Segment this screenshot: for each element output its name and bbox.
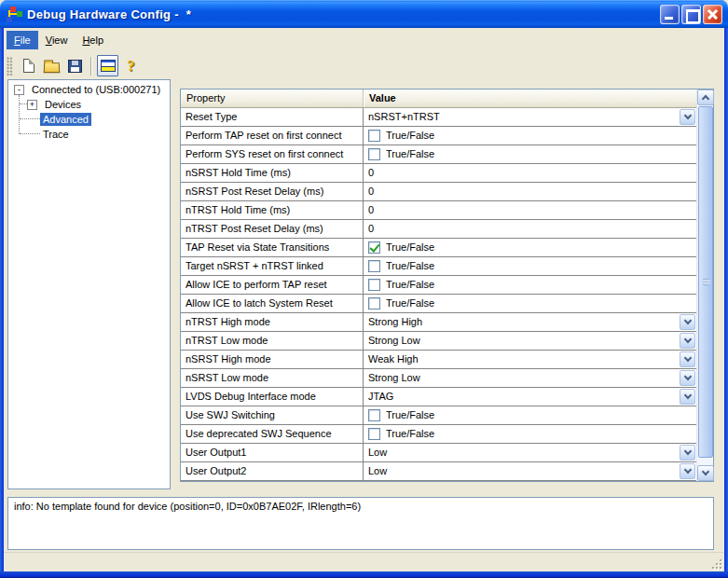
tree-item-label[interactable]: Connected to (USB:000271): [29, 83, 163, 96]
table-row[interactable]: Use deprecated SWJ SequenceTrue/False: [181, 425, 696, 444]
value-cell[interactable]: Low: [364, 444, 696, 461]
property-cell: Perform TAP reset on first connect: [181, 127, 364, 144]
expand-icon[interactable]: +: [27, 100, 37, 110]
table-row[interactable]: Allow ICE to latch System ResetTrue/Fals…: [181, 295, 696, 313]
value-cell[interactable]: True/False: [364, 257, 696, 275]
value-cell[interactable]: 0: [364, 220, 696, 238]
value-cell[interactable]: True/False: [364, 406, 696, 424]
value-cell[interactable]: nSRST+nTRST: [364, 108, 696, 126]
table-row[interactable]: LVDS Debug Interface modeJTAG: [181, 388, 696, 406]
dropdown-button[interactable]: [680, 351, 695, 367]
value-cell[interactable]: True/False: [364, 295, 696, 312]
value-cell[interactable]: 0: [364, 183, 696, 200]
tree-item-advanced[interactable]: Advanced: [40, 113, 91, 126]
table-row[interactable]: Reset TypenSRST+nTRST: [181, 108, 696, 127]
table-row[interactable]: TAP Reset via State TransitionsTrue/Fals…: [181, 239, 696, 257]
open-folder-icon: [44, 62, 61, 73]
save-button[interactable]: [64, 55, 86, 76]
dropdown-button[interactable]: [680, 314, 695, 330]
table-row[interactable]: Perform SYS reset on first connectTrue/F…: [181, 145, 696, 164]
table-row[interactable]: Target nSRST + nTRST linkedTrue/False: [181, 257, 696, 276]
minimize-button[interactable]: [660, 5, 680, 24]
value-text: Low: [368, 447, 387, 458]
title-bar[interactable]: Debug Hardware Config - *: [0, 0, 728, 28]
checkbox-label: True/False: [386, 241, 434, 253]
dropdown-button[interactable]: [680, 445, 695, 461]
column-header-property[interactable]: Property: [181, 89, 364, 107]
table-row[interactable]: Use SWJ SwitchingTrue/False: [181, 406, 696, 425]
column-header-value[interactable]: Value: [364, 89, 696, 107]
checkbox-unchecked-icon[interactable]: [368, 148, 380, 160]
help-button[interactable]: ?: [120, 55, 142, 76]
value-cell[interactable]: 0: [364, 201, 696, 219]
panel-toggle-button[interactable]: [97, 55, 118, 76]
dropdown-button[interactable]: [680, 370, 695, 386]
value-cell[interactable]: True/False: [364, 276, 696, 294]
value-cell[interactable]: True/False: [364, 239, 696, 256]
value-cell[interactable]: JTAG: [364, 388, 696, 406]
value-cell[interactable]: True/False: [364, 425, 696, 443]
checkbox-unchecked-icon[interactable]: [368, 260, 380, 272]
table-row[interactable]: nSRST Post Reset Delay (ms)0: [181, 183, 696, 201]
table-row[interactable]: User Output1Low: [181, 444, 696, 462]
toolbar-grip[interactable]: [7, 57, 13, 76]
checkbox-unchecked-icon[interactable]: [368, 428, 380, 440]
scrollbar-down-button[interactable]: [697, 465, 714, 481]
open-folder-button[interactable]: [41, 55, 62, 76]
table-row[interactable]: nTRST Low modeStrong Low: [181, 332, 696, 351]
new-document-button[interactable]: [18, 55, 39, 76]
value-cell[interactable]: Strong Low: [364, 332, 696, 350]
property-cell: nTRST High mode: [181, 313, 364, 331]
dropdown-button[interactable]: [680, 389, 695, 405]
checkbox-unchecked-icon[interactable]: [368, 130, 380, 142]
tree-item-label[interactable]: Devices: [42, 98, 84, 111]
window-border-bottom: [0, 571, 728, 578]
dropdown-button[interactable]: [680, 109, 695, 125]
dropdown-button[interactable]: [680, 463, 695, 479]
table-row[interactable]: Perform TAP reset on first connectTrue/F…: [181, 127, 696, 145]
resize-grip-icon[interactable]: [710, 557, 721, 569]
vertical-scrollbar[interactable]: [696, 89, 713, 481]
collapse-icon[interactable]: -: [14, 85, 24, 95]
chevron-down-icon: [683, 112, 691, 119]
value-text: 0: [368, 167, 374, 178]
tree-item-devices[interactable]: + Devices: [27, 98, 84, 111]
tree-item-label[interactable]: Trace: [40, 128, 72, 141]
table-row[interactable]: Allow ICE to perform TAP resetTrue/False: [181, 276, 696, 295]
checkbox-unchecked-icon[interactable]: [368, 279, 380, 291]
value-cell[interactable]: Strong Low: [364, 369, 696, 387]
value-cell[interactable]: Strong High: [364, 313, 696, 331]
table-row[interactable]: nTRST Post Reset Delay (ms)0: [181, 220, 696, 239]
table-header: Property Value: [181, 89, 696, 108]
menu-help[interactable]: Help: [75, 31, 111, 49]
checkbox-unchecked-icon[interactable]: [368, 297, 380, 310]
dropdown-button[interactable]: [680, 333, 695, 349]
scrollbar-thumb[interactable]: [698, 106, 713, 458]
value-cell[interactable]: True/False: [364, 127, 696, 144]
tree-item-trace[interactable]: Trace: [40, 128, 72, 141]
tree-item-label[interactable]: Advanced: [40, 113, 91, 126]
table-row[interactable]: nSRST Low modeStrong Low: [181, 369, 696, 388]
table-row[interactable]: nSRST Hold Time (ms)0: [181, 164, 696, 183]
log-message: info: No template found for device (posi…: [14, 501, 361, 512]
table-row[interactable]: nSRST High modeWeak High: [181, 351, 696, 369]
toolbar-separator: [90, 57, 92, 76]
close-button[interactable]: [703, 5, 722, 24]
table-row[interactable]: User Output2Low: [181, 462, 696, 481]
checkbox-unchecked-icon[interactable]: [368, 409, 380, 421]
menu-file[interactable]: File: [7, 31, 38, 49]
value-cell[interactable]: 0: [364, 164, 696, 182]
value-cell[interactable]: True/False: [364, 145, 696, 163]
table-row[interactable]: nTRST Hold Time (ms)0: [181, 201, 696, 220]
value-cell[interactable]: Low: [364, 462, 696, 480]
property-cell: nSRST Post Reset Delay (ms): [181, 183, 364, 200]
checkbox-checked-icon[interactable]: [368, 241, 380, 254]
scrollbar-up-button[interactable]: [697, 89, 714, 105]
table-row[interactable]: nTRST High modeStrong High: [181, 313, 696, 332]
menu-bar: FileViewHelp: [4, 28, 724, 52]
maximize-button[interactable]: [681, 5, 701, 24]
tree-item-root[interactable]: - Connected to (USB:000271): [14, 83, 163, 96]
menu-view[interactable]: View: [38, 31, 76, 49]
checkbox-label: True/False: [386, 260, 434, 271]
value-cell[interactable]: Weak High: [364, 351, 696, 368]
